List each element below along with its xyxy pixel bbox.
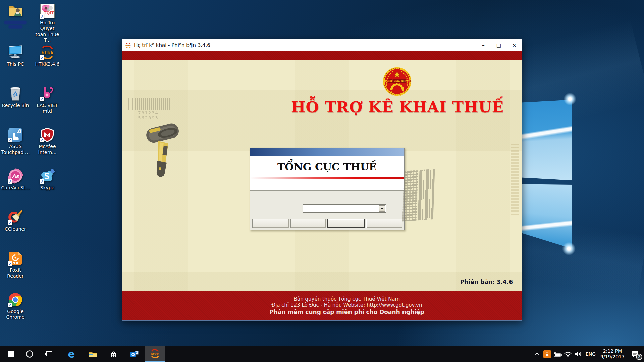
emblem-text: THUẾ NHÀ NƯỚC	[385, 79, 410, 83]
app-banner-title: HỖ TRỢ KÊ KHAI THUẾ	[275, 98, 520, 116]
desktop-icon-label: ASUSTouchpad ...	[1, 144, 30, 155]
barcode-watermark-right-edge	[511, 144, 519, 215]
tray-volume[interactable]	[573, 346, 583, 362]
desktop-icon-label: CareAccSt...	[1, 185, 30, 191]
shortcut-arrow-icon	[8, 303, 12, 307]
dialog-red-line	[250, 177, 404, 179]
action-center-button[interactable]: 2	[627, 346, 643, 362]
shortcut-arrow-icon	[8, 220, 12, 225]
desktop-icon-label: GoogleChrome	[6, 309, 25, 320]
desktop-icon-mcafee[interactable]: McAfeeIntern...	[33, 127, 62, 155]
htkk-titlebar-icon: htkk	[125, 42, 131, 49]
version-label: Phiên bản: 3.4.6	[460, 279, 513, 285]
svg-text:htkk: htkk	[151, 352, 159, 356]
file-explorer-button[interactable]	[85, 346, 101, 362]
window-content: 781234 562893	[122, 60, 522, 291]
cortana-button[interactable]	[21, 346, 38, 362]
htkk-app-window: htkk Hç trî kª khai - Phiªn b¶n 3.4.6 – …	[122, 39, 522, 321]
tray-show-hidden-icons[interactable]	[532, 346, 542, 362]
desktop-icon-label: Ho Tro Quyettoan Thue T...	[33, 20, 62, 43]
file-explorer-icon	[88, 350, 97, 359]
desktop-icon-htkk[interactable]: htkk HTKK3.4.6	[33, 45, 62, 67]
start-button[interactable]	[3, 346, 19, 362]
footer-copyright: Bản quyền thuộc Tổng cục Thuế Việt Nam	[172, 296, 522, 302]
desktop-icon-label: HTKK3.4.6	[35, 61, 59, 67]
desktop-icon-label: Foxit Reader	[1, 267, 30, 279]
recycle-bin-icon	[8, 86, 23, 101]
task-view-button[interactable]	[41, 346, 57, 362]
chevron-down-icon	[381, 208, 383, 209]
shortcut-arrow-icon	[40, 179, 44, 184]
combobox-dropdown-button[interactable]	[379, 205, 385, 212]
careacc-icon: As	[8, 168, 23, 184]
shortcut-arrow-icon	[40, 55, 44, 60]
edge-button[interactable]: e	[63, 346, 79, 362]
desktop-icon-label: This PC	[7, 61, 24, 67]
dialog-button-2[interactable]	[290, 219, 326, 228]
tray-network[interactable]	[563, 346, 573, 362]
svg-text:htkk: htkk	[125, 44, 131, 47]
tray-clock[interactable]: 2:12 PM 9/19/2017	[598, 346, 627, 362]
mcafee-shield-icon	[40, 127, 55, 142]
foxit-pdf-icon: PDF	[8, 251, 23, 266]
desktop-icon-this-pc[interactable]: This PC	[1, 45, 30, 67]
svg-text:S: S	[44, 172, 50, 181]
barcode-numbers: 781234 562893	[127, 110, 170, 120]
desktop-icon-google-chrome[interactable]: GoogleChrome	[1, 292, 30, 320]
taskbar: e O htkk	[0, 346, 644, 362]
windows-logo-icon	[7, 350, 15, 358]
store-button[interactable]	[105, 346, 121, 362]
desktop-icon-ccleaner[interactable]: C CCleaner	[1, 209, 30, 232]
battery-icon	[553, 351, 562, 357]
desktop-icon-asus-touchpad[interactable]: A ASUSTouchpad ...	[1, 127, 30, 155]
htkk-taskbar-button-active[interactable]: htkk	[145, 346, 165, 362]
tax-department-emblem: THUẾ NHÀ NƯỚC	[382, 67, 412, 96]
edge-icon: e	[68, 349, 75, 359]
notification-count-badge: 2	[636, 354, 642, 360]
tray-java-update[interactable]	[542, 346, 552, 362]
dialog-title: TỔNG CỤC THUẾ	[250, 161, 404, 173]
barcode-watermark-left: 781234 562893	[127, 98, 170, 120]
tray-battery[interactable]	[552, 346, 563, 362]
glow-sparkle	[562, 242, 576, 255]
svg-text:htkk: htkk	[41, 50, 54, 55]
task-view-icon	[45, 350, 54, 358]
close-button[interactable]: ×	[506, 39, 522, 51]
desktop-icon-label-redacted	[4, 20, 27, 29]
header-red-band	[122, 51, 522, 60]
desktop-icon-foxit-reader[interactable]: PDF Foxit Reader	[1, 251, 30, 279]
tax-code-combobox[interactable]	[303, 204, 386, 213]
svg-text:TQIT: TQIT	[44, 11, 54, 15]
shortcut-arrow-icon	[40, 14, 44, 19]
svg-text:PDF: PDF	[11, 261, 20, 265]
tray-language-indicator[interactable]: ENG	[583, 346, 598, 362]
java-icon	[543, 350, 551, 358]
outlook-button[interactable]: O	[126, 346, 142, 362]
svg-text:A: A	[17, 128, 21, 135]
shortcut-arrow-icon	[8, 261, 12, 266]
desktop-icon-label: Skype	[40, 185, 54, 191]
maximize-button[interactable]: □	[491, 39, 506, 51]
desktop-icon-skype[interactable]: S Skype	[33, 168, 62, 191]
user-folder-icon	[8, 3, 23, 19]
window-titlebar[interactable]: htkk Hç trî kª khai - Phiªn b¶n 3.4.6 – …	[122, 39, 522, 51]
ccleaner-icon: C	[8, 209, 23, 225]
desktop-icon-careaccst[interactable]: As CareAccSt...	[1, 168, 30, 191]
desktop-icon-label: McAfeeIntern...	[38, 144, 57, 155]
shortcut-arrow-icon	[8, 179, 12, 184]
tax-code-dialog: TỔNG CỤC THUẾ	[250, 148, 405, 230]
desktop-icon-recycle-bin[interactable]: Recycle Bin	[1, 86, 30, 108]
desktop-icon-lac-viet[interactable]: LAC VIET mtd	[33, 86, 62, 114]
dialog-button-1[interactable]	[252, 219, 289, 228]
lacviet-dictionary-icon	[40, 86, 55, 101]
dialog-button-4[interactable]	[366, 219, 402, 228]
dialog-button-3-default[interactable]	[327, 219, 365, 228]
desktop-icon-ho-tro-quyet-toan[interactable]: TQIT Ho Tro Quyettoan Thue T...	[33, 3, 62, 43]
dialog-blue-bar	[250, 148, 404, 156]
store-icon	[109, 350, 118, 358]
glow-sparkle	[564, 93, 576, 105]
barcode-watermark-2d	[402, 169, 435, 221]
footer-free-software: Phần mềm cung cấp miễn phí cho Doanh ngh…	[172, 309, 522, 315]
desktop-icon-user-folder[interactable]	[1, 3, 30, 29]
minimize-button[interactable]: –	[476, 39, 491, 51]
